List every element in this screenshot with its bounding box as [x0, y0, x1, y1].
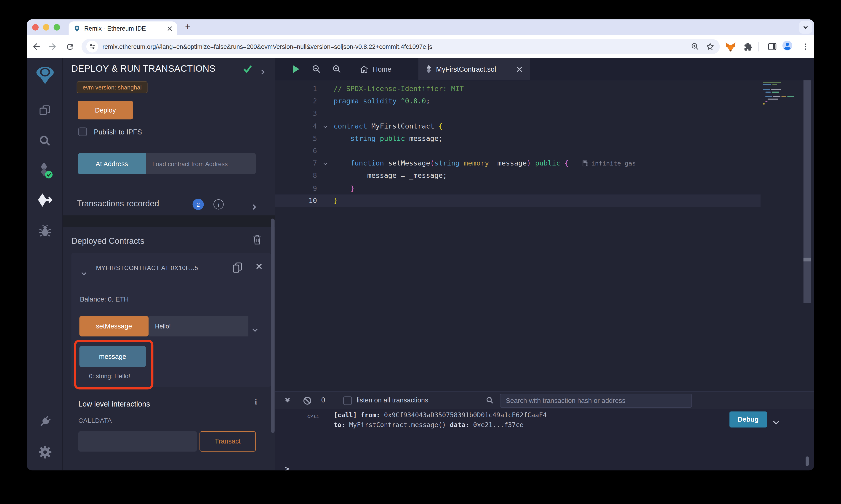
editor-scrollbar[interactable]: [804, 80, 811, 303]
code-text: }: [334, 197, 338, 204]
terminal-search-icon: [485, 396, 494, 404]
screenshot-stage: Remix - Ethereum IDE + rem: [0, 0, 841, 504]
expand-log-chevron[interactable]: [774, 416, 778, 426]
code-text: contract MyFirstContract {: [334, 122, 443, 130]
run-script-play-icon[interactable]: [290, 64, 302, 74]
extensions-icon[interactable]: [742, 41, 753, 52]
close-file-icon[interactable]: [516, 66, 522, 72]
transactions-info-icon[interactable]: i: [213, 199, 224, 210]
load-contract-input[interactable]: [146, 153, 256, 174]
clear-console-icon[interactable]: [303, 396, 312, 405]
line-number: 2: [275, 97, 317, 105]
set-message-button[interactable]: setMessage: [79, 316, 149, 337]
terminal-prompt[interactable]: >: [285, 465, 289, 470]
code-text: message = _message;: [334, 172, 447, 180]
close-window-button[interactable]: [32, 24, 39, 31]
publish-ipfs-label[interactable]: Publish to IPFS: [94, 128, 142, 136]
clear-contracts-trash-icon[interactable]: [253, 235, 262, 245]
reload-button[interactable]: [65, 41, 75, 52]
code-line[interactable]: 1// SPDX-License-Identifier: MIT: [275, 83, 760, 95]
low-level-label: Low level interactions: [79, 400, 150, 408]
fold-chevron-icon[interactable]: [317, 162, 334, 165]
back-button[interactable]: [31, 41, 42, 52]
code-line[interactable]: 6: [275, 145, 760, 157]
zoom-page-icon[interactable]: [690, 41, 701, 52]
calldata-input[interactable]: [79, 431, 197, 451]
debugger-icon[interactable]: [27, 224, 63, 238]
home-icon: [360, 65, 368, 73]
code-line[interactable]: 10}: [275, 194, 760, 206]
maximize-window-button[interactable]: [54, 24, 60, 31]
listen-label[interactable]: listen on all transactions: [357, 396, 428, 404]
url-text[interactable]: remix.ethereum.org/#lang=en&optimize=fal…: [102, 43, 690, 50]
code-line[interactable]: 3: [275, 107, 760, 120]
zoom-out-icon[interactable]: [311, 64, 323, 74]
minimize-window-button[interactable]: [43, 24, 49, 31]
toolbar-divider: [758, 42, 759, 51]
site-settings-icon[interactable]: [86, 41, 98, 53]
code-line[interactable]: 7 function setMessage(string memory _mes…: [275, 157, 760, 169]
panel-pin-chevron-icon[interactable]: [260, 67, 264, 76]
metamask-extension-icon[interactable]: [725, 41, 736, 52]
solidity-file-icon: [426, 65, 432, 73]
pending-tx-count: 0: [321, 396, 325, 404]
bookmark-star-icon[interactable]: [705, 41, 716, 52]
code-text: pragma solidity ^0.8.0;: [334, 97, 430, 105]
set-message-input[interactable]: [149, 316, 248, 337]
copy-address-icon[interactable]: [232, 262, 242, 273]
zoom-in-icon[interactable]: [331, 64, 343, 74]
contract-title: MYFIRSTCONTRACT AT 0X10F...5: [96, 265, 198, 271]
terminal-scrollbar[interactable]: [806, 456, 809, 466]
tab-close-icon[interactable]: [167, 26, 172, 31]
tab-myfirstcontract[interactable]: MyFirstContract.sol: [418, 58, 530, 80]
log-lines: [call] from: 0x9Cf934043aD350758391b0D01…: [334, 410, 547, 430]
gas-pump-icon: [583, 160, 589, 167]
code-editor[interactable]: 1// SPDX-License-Identifier: MIT2pragma …: [275, 80, 814, 391]
code-line[interactable]: 8 message = _message;: [275, 169, 760, 182]
fold-chevron-icon[interactable]: [317, 125, 334, 127]
address-bar[interactable]: remix.ethereum.org/#lang=en&optimize=fal…: [82, 39, 720, 54]
code-text: string public message;: [334, 134, 443, 142]
terminal-log: CALL [call] from: 0x9Cf934043aD350758391…: [275, 409, 814, 470]
at-address-button[interactable]: At Address: [78, 153, 146, 174]
profile-avatar[interactable]: [782, 40, 793, 51]
low-level-info-icon[interactable]: i: [255, 397, 257, 407]
remove-contract-close-icon[interactable]: [256, 263, 262, 269]
section-gap: [63, 215, 275, 227]
tab-search-button[interactable]: [799, 21, 812, 34]
forward-button[interactable]: [47, 41, 58, 52]
code-line[interactable]: 5 string public message;: [275, 132, 760, 144]
transact-button[interactable]: Transact: [200, 431, 256, 451]
terminal-search-input[interactable]: [500, 394, 692, 408]
tab-home[interactable]: Home: [355, 58, 397, 80]
browser-menu-icon[interactable]: [800, 41, 811, 52]
remix-favicon: [73, 25, 81, 32]
home-tab-label: Home: [373, 65, 391, 73]
listen-checkbox[interactable]: [343, 396, 352, 405]
line-number: 1: [275, 85, 317, 93]
line-number: 4: [275, 122, 317, 130]
deploy-run-icon[interactable]: [27, 193, 63, 208]
collapse-terminal-icon[interactable]: [286, 397, 289, 402]
transactions-expand-chevron[interactable]: [252, 201, 255, 211]
deploy-button[interactable]: Deploy: [78, 101, 133, 120]
code-line[interactable]: 2pragma solidity ^0.8.0;: [275, 95, 760, 107]
contract-collapse-chevron[interactable]: [82, 267, 86, 277]
code-line[interactable]: 9 }: [275, 182, 760, 194]
browser-tab[interactable]: Remix - Ethereum IDE: [69, 21, 177, 35]
debug-button[interactable]: Debug: [730, 411, 767, 427]
log-line: [call] from: 0x9Cf934043aD350758391b0D01…: [334, 410, 547, 420]
new-tab-button[interactable]: +: [181, 21, 194, 34]
settings-gear-icon[interactable]: [27, 445, 63, 459]
publish-ipfs-checkbox[interactable]: [79, 128, 87, 136]
code-line[interactable]: 4contract MyFirstContract {: [275, 120, 760, 132]
panel-scrollbar[interactable]: [271, 219, 274, 433]
plugin-manager-icon[interactable]: [27, 415, 63, 429]
file-explorer-icon[interactable]: [27, 104, 63, 117]
code-text: function setMessage(string memory _messa…: [334, 159, 569, 167]
expand-args-chevron[interactable]: [253, 324, 257, 333]
side-panel-icon[interactable]: [767, 41, 778, 52]
solidity-compiler-icon[interactable]: [27, 162, 63, 179]
search-plugin-icon[interactable]: [27, 134, 63, 147]
minimap[interactable]: [762, 82, 803, 106]
